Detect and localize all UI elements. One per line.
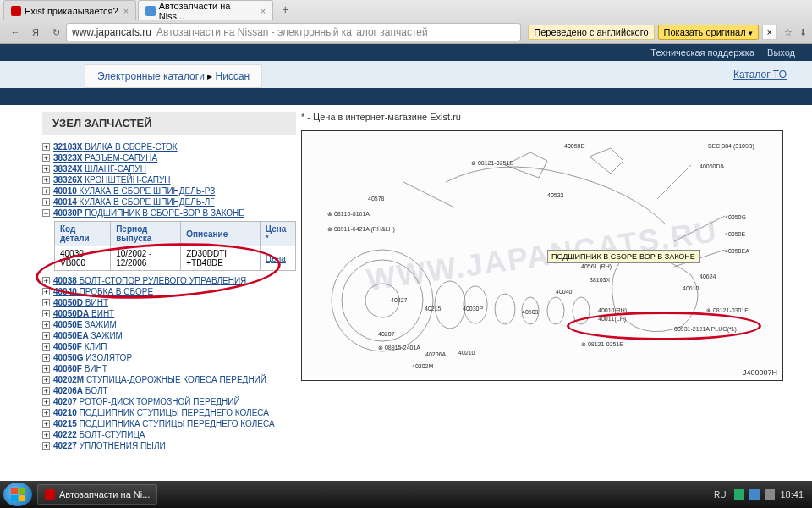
diagram-tooltip: ПОДШИПНИК В СБОРЕ-ВОР В ЗАКОНЕ	[547, 250, 700, 263]
expand-icon[interactable]: −	[42, 209, 50, 217]
part-link[interactable]: 40050G ИЗОЛЯТОР	[53, 353, 132, 362]
translate-close-button[interactable]: ×	[762, 25, 777, 40]
part-link[interactable]: 40050F КЛИП	[53, 342, 107, 351]
language-indicator[interactable]: RU	[710, 489, 729, 501]
taskbar-app-button[interactable]: Автозапчасти на Ni...	[37, 484, 157, 505]
volume-icon[interactable]	[765, 489, 775, 500]
part-link[interactable]: 40014 КУЛАКА В СБОРЕ ШПИНДЕЛЬ-ЛГ	[53, 197, 215, 207]
diagram-label: 40030P	[463, 306, 483, 312]
parts-list-item: +40050E ЗАЖИМ	[42, 319, 296, 330]
expand-icon[interactable]: +	[42, 420, 50, 428]
diagram-label: ⊗ 08121-0251E	[581, 341, 623, 348]
part-link[interactable]: 40207 РОТОР-ДИСК ТОРМОЗНОЙ ПЕРЕДНИЙ	[53, 397, 240, 406]
url-input[interactable]: www.japancats.ru Автозапчасти на Nissan …	[66, 23, 521, 41]
expand-icon[interactable]: +	[42, 176, 50, 184]
part-link[interactable]: 40038 БОЛТ-СТОПОР РУЛЕВОГО УПРАВЛЕНИЯ	[53, 276, 246, 285]
show-original-button[interactable]: Показать оригинал▾	[658, 25, 759, 40]
part-link[interactable]: 40050DA ВИНТ	[53, 309, 114, 318]
part-link[interactable]: 40050D ВИНТ	[53, 298, 108, 307]
svg-point-7	[547, 297, 564, 324]
expand-icon[interactable]: +	[42, 165, 50, 173]
part-link[interactable]: 40050EA ЗАЖИМ	[53, 331, 123, 340]
breadcrumb-root[interactable]: Электронные каталоги	[97, 70, 205, 82]
chevron-down-icon: ▾	[749, 29, 753, 37]
top-links: Техническая поддержка Выход	[0, 44, 812, 61]
part-link[interactable]: 40222 БОЛТ-СТУПИЦА	[53, 430, 145, 439]
right-column: * - Цена в интернет-магазине Exist.ru	[296, 112, 812, 451]
catalog-to-link[interactable]: Каталог ТО	[733, 69, 787, 80]
parts-list-item: +40210 ПОДШИПНИК СТУПИЦЫ ПЕРЕДНЕГО КОЛЕС…	[42, 407, 296, 418]
part-link[interactable]: 32103X ВИЛКА В СБОРЕ-СТОК	[53, 142, 178, 152]
diagram-label: 40561 (RH)	[581, 263, 612, 269]
clock[interactable]: 18:41	[780, 489, 804, 500]
close-icon[interactable]: ×	[261, 6, 266, 16]
expand-icon[interactable]: +	[42, 354, 50, 362]
expand-icon[interactable]: +	[42, 143, 50, 151]
part-link[interactable]: 38324X ШЛАНГ-САПУН	[53, 164, 146, 174]
expand-icon[interactable]: +	[42, 409, 50, 417]
part-link[interactable]: 40040 ПРОБКА В СБОРЕ	[53, 287, 153, 296]
part-link[interactable]: 40206A БОЛТ	[53, 386, 108, 395]
part-link[interactable]: 38323X РАЗЪЕМ-САПУНА	[53, 153, 157, 163]
favorite-icon[interactable]: ☆	[784, 27, 793, 38]
network-icon[interactable]	[749, 489, 760, 500]
page-content: Техническая поддержка Выход Электронные …	[0, 44, 812, 481]
taskbar-app-label: Автозапчасти на Ni...	[59, 489, 150, 500]
flag-icon[interactable]	[734, 489, 744, 500]
parts-list-item: +40206A БОЛТ	[42, 385, 296, 396]
part-link[interactable]: 38326X КРОНШТЕЙН-САПУН	[53, 175, 171, 185]
detail-table: Код деталиПериод выпускаОписаниеЦена *40…	[54, 221, 296, 271]
start-button[interactable]	[3, 483, 32, 506]
part-link[interactable]: 40202M СТУПИЦА-ДОРОЖНЫЕ КОЛЕСА ПЕРЕДНИЙ	[53, 375, 266, 384]
back-button[interactable]: ←	[7, 24, 24, 41]
expand-icon[interactable]: +	[42, 310, 50, 318]
download-icon[interactable]: ⬇	[799, 27, 807, 38]
translated-badge: Переведено с английского	[528, 25, 654, 40]
expand-icon[interactable]: +	[42, 321, 50, 329]
reload-button[interactable]: ↻	[47, 24, 64, 41]
expand-icon[interactable]: +	[42, 187, 50, 195]
expand-icon[interactable]: +	[42, 198, 50, 206]
part-link[interactable]: 40060F ВИНТ	[53, 364, 107, 373]
svg-point-5	[495, 294, 515, 324]
favicon-icon	[45, 489, 55, 500]
part-link[interactable]: 40010 КУЛАКА В СБОРЕ ШПИНДЕЛЬ-РЗ	[53, 186, 215, 196]
exit-link[interactable]: Выход	[767, 47, 795, 58]
diagram-label: SEC.384 (3109B)	[708, 143, 754, 149]
part-link[interactable]: 40215 ПОДШИПНИКА СТУПИЦЫ ПЕРЕДНЕГО КОЛЕС…	[53, 419, 275, 428]
expand-icon[interactable]: +	[42, 387, 50, 395]
part-link[interactable]: 40210 ПОДШИПНИК СТУПИЦЫ ПЕРЕДНЕГО КОЛЕСА	[53, 408, 269, 417]
support-link[interactable]: Техническая поддержка	[650, 47, 754, 58]
parts-diagram[interactable]: WWW.JAPANCATS.RU 40050DSEC.384 (3109B)⊗ …	[301, 130, 783, 381]
price-link[interactable]: Цена	[266, 254, 286, 263]
chevron-right-icon: ▸	[207, 70, 212, 82]
tab-japancats[interactable]: Автозапчасти на Niss... ×	[138, 0, 273, 20]
parts-list-item: +40222 БОЛТ-СТУПИЦА	[42, 429, 296, 440]
diagram-label: 40050E	[725, 231, 745, 237]
parts-list-item: +38323X РАЗЪЕМ-САПУНА	[42, 152, 296, 163]
price-hint: * - Цена в интернет-магазине Exist.ru	[301, 112, 812, 122]
part-link[interactable]: 40050E ЗАЖИМ	[53, 320, 117, 329]
diagram-label: ⊗ 08915-2401A	[378, 345, 420, 351]
expand-icon[interactable]: +	[42, 277, 50, 284]
expand-icon[interactable]: +	[42, 154, 50, 162]
expand-icon[interactable]: +	[42, 431, 50, 439]
tab-exist[interactable]: Exist прикалывается? ×	[3, 0, 136, 20]
part-link[interactable]: 40227 УПЛОТНЕНИЯ ПЫЛИ	[53, 441, 166, 450]
expand-icon[interactable]: +	[42, 299, 50, 306]
expand-icon[interactable]: +	[42, 376, 50, 384]
expand-icon[interactable]: +	[42, 398, 50, 406]
tab-strip: Exist прикалывается? × Автозапчасти на N…	[0, 0, 812, 20]
close-icon[interactable]: ×	[123, 6, 129, 16]
expand-icon[interactable]: +	[42, 365, 50, 373]
expand-icon[interactable]: +	[42, 442, 50, 450]
extension-icons: ☆ ⬇	[784, 27, 807, 38]
diagram-label: 40207	[378, 331, 394, 337]
expand-icon[interactable]: +	[42, 332, 50, 340]
yandex-button[interactable]: Я	[27, 24, 44, 41]
part-link[interactable]: 40030P ПОДШИПНИК В СБОРЕ-ВОР В ЗАКОНЕ	[53, 208, 244, 218]
breadcrumb-current[interactable]: Ниссан	[216, 70, 250, 82]
expand-icon[interactable]: +	[42, 343, 50, 351]
expand-icon[interactable]: +	[42, 288, 50, 295]
new-tab-button[interactable]: +	[275, 0, 295, 20]
